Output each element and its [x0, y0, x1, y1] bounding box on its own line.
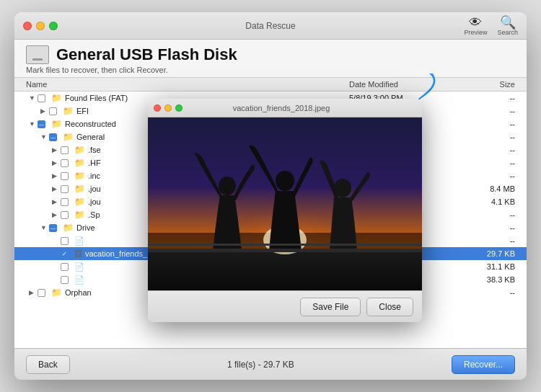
drive-title: General USB Flash Disk	[26, 45, 515, 64]
file-icon: 📄	[74, 262, 84, 272]
folder-icon: 📁	[74, 145, 85, 155]
footer: Back 1 file(s) - 29.7 KB Recover...	[14, 348, 527, 380]
folder-icon: 📁	[63, 106, 74, 116]
file-checkbox[interactable]	[61, 159, 69, 167]
header: General USB Flash Disk Mark files to rec…	[14, 40, 527, 78]
file-name: Reconstructed	[65, 120, 116, 128]
search-button[interactable]: 🔍 Search	[497, 16, 518, 36]
file-name: EFI	[76, 107, 89, 115]
search-icon: 🔍	[500, 16, 516, 29]
expand-icon[interactable]: ▼	[40, 134, 46, 140]
folder-icon: 📁	[51, 93, 62, 103]
file-checkbox[interactable]	[61, 211, 69, 219]
expand-icon[interactable]: ▶	[52, 199, 58, 205]
expand-icon[interactable]: ▶	[40, 108, 46, 114]
expand-icon[interactable]: ▶	[52, 186, 58, 192]
expand-icon[interactable]: ▶	[52, 173, 58, 179]
expand-icon[interactable]: ▼	[29, 121, 35, 127]
preview-button[interactable]: 👁 Preview	[464, 16, 487, 36]
col-name-header: Name	[26, 80, 349, 89]
file-name: Drive	[76, 223, 95, 232]
file-name: .inc	[88, 172, 100, 180]
file-size: 38.3 KB	[465, 275, 515, 284]
file-size: --	[465, 159, 515, 167]
file-checkbox[interactable]	[49, 107, 57, 115]
expand-icon[interactable]: ▶	[52, 160, 58, 166]
file-checkbox[interactable]	[38, 120, 45, 128]
modal-titlebar: vacation_friends_2018.jpeg	[148, 99, 422, 117]
expand-icon[interactable]: ▶	[52, 212, 58, 218]
file-name: Orphan	[65, 288, 92, 297]
file-name: Found Files (FAT)	[65, 94, 128, 102]
file-checkbox[interactable]	[61, 172, 69, 180]
file-checkbox[interactable]	[49, 133, 57, 141]
expand-icon[interactable]: ▶	[29, 290, 35, 295]
file-name: .jou	[88, 184, 101, 193]
folder-icon: 📁	[51, 119, 62, 129]
minimize-button[interactable]	[36, 22, 45, 30]
file-size: --	[465, 133, 515, 141]
folder-icon: 📁	[74, 197, 85, 207]
file-name: .jou	[88, 197, 101, 206]
file-checkbox[interactable]	[61, 263, 69, 271]
folder-icon: 📁	[74, 184, 85, 194]
svg-point-6	[276, 171, 294, 191]
file-size: --	[465, 120, 515, 128]
file-size: 4.1 KB	[465, 197, 515, 206]
recover-button[interactable]: Recover...	[452, 355, 515, 374]
drive-icon	[26, 45, 49, 64]
eye-icon: 👁	[469, 16, 482, 29]
folder-icon: 📁	[74, 158, 85, 168]
expand-icon[interactable]: ▶	[52, 147, 58, 153]
expand-icon[interactable]: ▼	[29, 95, 35, 101]
file-size: --	[465, 94, 515, 102]
file-size: --	[465, 223, 515, 232]
file-name: .fse	[88, 146, 101, 154]
folder-icon: 📁	[51, 288, 62, 298]
file-size: --	[465, 146, 515, 154]
file-checkbox[interactable]	[38, 289, 45, 297]
file-checkbox[interactable]	[61, 276, 69, 284]
file-icon: 📄	[74, 275, 84, 285]
instruction-text: Mark files to recover, then click Recove…	[26, 66, 515, 74]
folder-icon: 📁	[63, 223, 74, 233]
file-checkbox[interactable]	[38, 94, 45, 102]
file-size: 8.4 MB	[465, 184, 515, 193]
file-name: .Sp	[88, 210, 100, 219]
col-size-header: Size	[465, 80, 515, 89]
modal-footer: Save File Close	[148, 290, 422, 322]
expand-icon[interactable]: ▼	[40, 225, 46, 231]
file-size: 29.7 KB	[465, 249, 515, 258]
file-icon: 📄	[74, 236, 84, 246]
save-file-button[interactable]: Save File	[300, 298, 361, 316]
file-name: General	[76, 133, 105, 141]
svg-point-5	[219, 177, 236, 195]
file-checkbox[interactable]	[49, 224, 57, 232]
col-date-header: Date Modified	[349, 80, 465, 89]
file-size: 31.1 KB	[465, 262, 515, 271]
preview-image	[148, 117, 422, 290]
folder-icon: 📁	[74, 210, 85, 220]
preview-modal: vacation_friends_2018.jpeg	[148, 99, 422, 322]
back-button[interactable]: Back	[26, 355, 70, 374]
file-checkbox[interactable]	[61, 198, 69, 206]
file-size: --	[465, 236, 515, 245]
file-checkbox[interactable]	[61, 185, 69, 193]
traffic-lights	[23, 22, 58, 30]
file-checkbox[interactable]	[61, 237, 69, 245]
maximize-button[interactable]	[49, 22, 58, 30]
main-window: Data Rescue 👁 Preview 🔍 Search General U…	[14, 12, 527, 380]
file-size: --	[465, 172, 515, 180]
file-size: --	[465, 288, 515, 297]
svg-rect-3	[148, 251, 422, 290]
file-icon: 🖼	[74, 249, 82, 258]
folder-icon: 📁	[63, 132, 74, 142]
file-checkbox[interactable]	[61, 146, 69, 154]
modal-title: vacation_friends_2018.jpeg	[148, 104, 416, 112]
close-button[interactable]	[23, 22, 32, 30]
file-checkbox[interactable]	[61, 250, 69, 258]
file-size: --	[465, 210, 515, 219]
status-text: 1 file(s) - 29.7 KB	[70, 360, 452, 370]
titlebar: Data Rescue 👁 Preview 🔍 Search	[14, 12, 527, 40]
close-modal-button[interactable]: Close	[366, 298, 413, 316]
